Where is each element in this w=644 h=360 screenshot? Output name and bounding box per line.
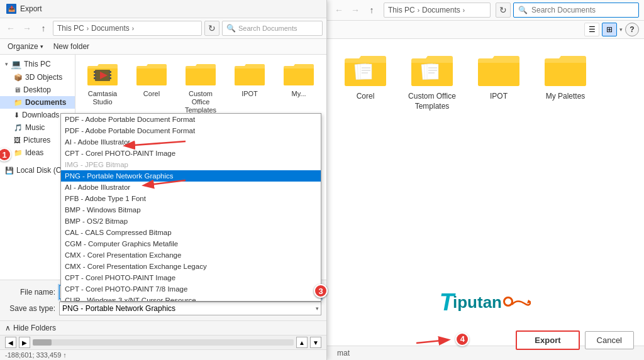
- svg-rect-1: [94, 71, 96, 73]
- title-icon: 📤: [6, 4, 16, 14]
- dropdown-item[interactable]: PDF - Adobe Portable Document Format: [61, 125, 321, 136]
- right-folder-label-custom: Custom Office Templates: [408, 92, 457, 111]
- chevron-icon: ▾: [40, 43, 43, 50]
- right-forward-button[interactable]: →: [348, 3, 362, 17]
- dropdown-item[interactable]: CPT - Corel PHOTO-PAINT Image: [61, 272, 321, 283]
- scroll-down-btn[interactable]: ▼: [310, 337, 321, 348]
- dropdown-item[interactable]: CMX - Corel Presentation Exchange: [61, 249, 321, 261]
- nav-bar: ← → ↑ This PC › Documents › ↻ 🔍 Search D…: [0, 18, 326, 39]
- search-icon-nav: 🔍: [226, 24, 236, 33]
- new-folder-button[interactable]: New folder: [51, 41, 92, 52]
- dropdown-item-png[interactable]: PNG - Portable Network Graphics: [61, 170, 321, 182]
- dropdown-item[interactable]: CGM - Computer Graphics Metafile: [61, 238, 321, 249]
- right-refresh-button[interactable]: ↻: [496, 3, 511, 18]
- forward-button[interactable]: →: [20, 21, 34, 35]
- dropdown-item[interactable]: CAL - CALS Compressed Bitmap: [61, 227, 321, 238]
- scroll-left-btn[interactable]: ◀: [5, 337, 16, 348]
- right-folder-ipot[interactable]: IPOT: [470, 49, 527, 115]
- folder-ipot[interactable]: IPOT: [228, 60, 272, 117]
- organize-button[interactable]: Organize ▾: [5, 41, 46, 52]
- dropdown-item[interactable]: PDF - Adobe Portable Document Format: [61, 114, 321, 125]
- svg-rect-2: [94, 74, 96, 76]
- export-button[interactable]: Export: [516, 330, 579, 350]
- dropdown-item[interactable]: CPT - Corel PHOTO-PAINT 7/8 Image: [61, 283, 321, 295]
- 3d-icon: 📦: [14, 74, 23, 82]
- right-address-bar[interactable]: This PC › Documents ›: [384, 3, 491, 18]
- folder-camtasia[interactable]: Camtasia Studio: [80, 60, 125, 117]
- chevron-up-icon: ∧: [5, 324, 11, 332]
- breadcrumb-documents: Documents: [91, 24, 130, 33]
- tiputan-logo: T iputan: [440, 289, 531, 316]
- sidebar-item-documents[interactable]: 📁 Documents: [0, 96, 75, 109]
- right-toolbar: ☰ ⊞ ▾ ?: [327, 21, 644, 39]
- svg-rect-19: [427, 64, 438, 79]
- right-folder-custom[interactable]: Custom Office Templates: [404, 49, 460, 115]
- left-toolbar: Organize ▾ New folder: [0, 39, 326, 55]
- dropdown-item[interactable]: CMX - Corel Presentation Exchange Legacy: [61, 261, 321, 272]
- dropdown-item[interactable]: CPT - Corel PHOTO-PAINT Image: [61, 148, 321, 159]
- folder-icon-custom: [184, 62, 217, 87]
- svg-rect-5: [109, 74, 111, 76]
- hide-folders-button[interactable]: ∧ Hide Folders: [0, 320, 326, 335]
- sidebar-item-desktop[interactable]: 🖥 Desktop: [0, 84, 75, 96]
- tiputan-swish-icon: [512, 298, 531, 311]
- right-folder-mypalettes[interactable]: My Palettes: [537, 49, 594, 115]
- cancel-button[interactable]: Cancel: [585, 331, 634, 349]
- right-up-button[interactable]: ↑: [365, 3, 379, 17]
- dropdown-item[interactable]: BMP - Windows Bitmap: [61, 204, 321, 215]
- dropdown-item[interactable]: CUR - Windows 3.x/NT Cursor Resource: [61, 295, 321, 302]
- windows-explorer-panel: ← → ↑ This PC › Documents › ↻ 🔍 ☰ ⊞ ▾ ?: [327, 0, 644, 360]
- address-bar[interactable]: This PC › Documents ›: [53, 21, 202, 36]
- view-icons-button[interactable]: ⊞: [602, 23, 617, 36]
- sidebar-item-thispc[interactable]: ▾ 💻 This PC: [0, 57, 75, 71]
- svg-line-25: [416, 340, 448, 343]
- refresh-button[interactable]: ↻: [204, 21, 219, 36]
- right-folder-icon-custom: [409, 53, 455, 88]
- breadcrumb: This PC › Documents ›: [57, 24, 135, 33]
- expand-icon: ▾: [5, 61, 8, 67]
- title-bar: 📤 Export: [0, 0, 326, 18]
- dropdown-item[interactable]: BMP - OS/2 Bitmap: [61, 215, 321, 227]
- dropdown-item[interactable]: AI - Adobe Illustrator: [61, 182, 321, 193]
- savetype-input[interactable]: [59, 302, 321, 315]
- folder-label-camtasia: Camtasia Studio: [83, 90, 122, 106]
- view-dropdown-arrow: ▾: [619, 26, 623, 33]
- folder-icon-my: [282, 62, 315, 87]
- right-folder-label-ipot: IPOT: [490, 92, 508, 102]
- view-details-button[interactable]: ☰: [584, 23, 599, 36]
- dropdown-list[interactable]: PDF - Adobe Portable Document Format PDF…: [60, 113, 321, 302]
- folder-icon-corel: [135, 62, 168, 87]
- annotation-4: 4: [455, 332, 469, 346]
- back-button[interactable]: ←: [4, 21, 18, 35]
- folder-custom-office[interactable]: Custom Office Templates: [179, 60, 223, 117]
- breadcrumb-thispc: This PC: [57, 24, 84, 33]
- folder-my[interactable]: My...: [277, 60, 321, 117]
- scroll-up-btn[interactable]: ▲: [296, 337, 308, 348]
- folder-label-my: My...: [291, 90, 306, 98]
- folder-label-ipot: IPOT: [242, 90, 258, 98]
- scroll-right-btn[interactable]: ▶: [19, 337, 30, 348]
- sidebar-item-3d[interactable]: 📦 3D Objects: [0, 71, 75, 84]
- scroll-controls: ◀ ▶ ▲ ▼: [0, 335, 326, 349]
- right-search-wrapper: 🔍: [513, 3, 639, 18]
- tiputan-T: T: [440, 289, 453, 316]
- right-folder-corel[interactable]: Corel: [337, 49, 394, 115]
- up-button[interactable]: ↑: [36, 21, 50, 35]
- right-back-button[interactable]: ←: [332, 3, 346, 17]
- scrollbar-thumb[interactable]: [33, 339, 52, 346]
- help-button[interactable]: ?: [625, 23, 639, 36]
- dropdown-item[interactable]: PFB - Adobe Type 1 Font: [61, 193, 321, 204]
- scrollbar-track: [33, 339, 294, 346]
- right-folder-label-corel: Corel: [357, 92, 375, 102]
- search-nav: 🔍 Search Documents: [222, 21, 323, 36]
- dropdown-item-img[interactable]: IMG - JPEG Bitmap: [61, 159, 321, 170]
- arrow-4-icon: [416, 330, 454, 349]
- dropdown-item[interactable]: AI - Adobe Illustrator: [61, 136, 321, 148]
- folder-icon: 📁: [14, 99, 23, 107]
- pictures-icon: 🖼: [14, 136, 21, 144]
- savetype-label: Save as type:: [5, 304, 55, 313]
- right-search-input[interactable]: [513, 3, 639, 18]
- downloads-icon: ⬇: [14, 111, 19, 119]
- folder-icon-camtasia: [86, 62, 119, 87]
- folder-corel[interactable]: Corel: [130, 60, 174, 117]
